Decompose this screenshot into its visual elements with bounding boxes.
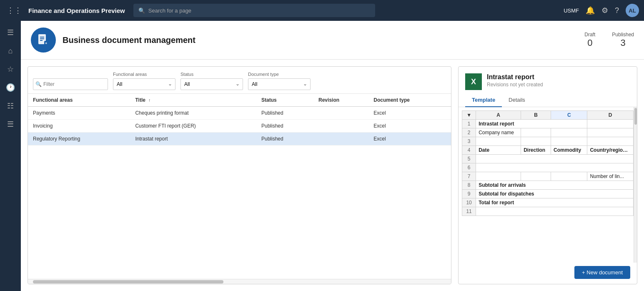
sidebar-menu-icon[interactable]: ☰ xyxy=(2,24,19,41)
status-select[interactable]: All xyxy=(180,78,243,90)
table-body: Payments Cheques printing format Publish… xyxy=(28,107,451,146)
sidebar-modules-icon[interactable]: ☷ xyxy=(2,98,19,114)
search-bar[interactable]: 🔍 Search for a page xyxy=(133,4,375,17)
cell-revision xyxy=(313,133,368,146)
col-status: Status xyxy=(256,94,313,107)
preview-subtitle: Revisions not yet created xyxy=(487,82,543,88)
excel-col-a: A xyxy=(476,111,521,120)
document-type-filter-group: Document type All xyxy=(248,72,311,90)
col-title[interactable]: Title ↑ xyxy=(130,94,256,107)
grid-icon[interactable]: ⋮⋮ xyxy=(5,4,23,17)
status-filter-group: Status All xyxy=(180,72,243,90)
filter-search-group: 🔍 xyxy=(33,78,108,90)
excel-row: 8 Subtotal for arrivals xyxy=(462,181,634,190)
published-label: Published xyxy=(612,32,634,38)
sort-arrow-title: ↑ xyxy=(148,98,150,103)
preview-tabs: Template Details xyxy=(459,93,637,107)
excel-cell: Date xyxy=(476,146,521,155)
sidebar-favorites-icon[interactable]: ☆ xyxy=(2,61,19,78)
draft-stat: Draft 0 xyxy=(584,32,595,48)
excel-col-c: C xyxy=(551,111,587,120)
functional-areas-select[interactable]: All xyxy=(113,78,175,90)
excel-row: 4 Date Direction Commodity Country/regio… xyxy=(462,146,634,155)
content-split: 🔍 Functional areas All Status xyxy=(21,60,644,291)
published-value: 3 xyxy=(612,38,634,48)
cell-revision xyxy=(313,120,368,133)
filter-input[interactable] xyxy=(33,78,108,90)
cell-title: Customer FTI report (GER) xyxy=(130,120,256,133)
excel-row-num: 3 xyxy=(462,137,476,146)
cell-status: Published xyxy=(256,133,313,146)
cell-status: Published xyxy=(256,120,313,133)
excel-row: 5 xyxy=(462,155,634,163)
app-title: Finance and Operations Preview xyxy=(28,7,125,14)
help-icon[interactable]: ? xyxy=(615,6,619,15)
excel-cell xyxy=(521,128,551,137)
scrollbar-thumb[interactable] xyxy=(33,280,223,283)
table-row[interactable]: Payments Cheques printing format Publish… xyxy=(28,107,451,120)
excel-cell xyxy=(551,128,587,137)
excel-cell xyxy=(551,137,587,146)
tab-details[interactable]: Details xyxy=(502,93,532,107)
excel-row-num: 1 xyxy=(462,120,476,128)
data-table: Functional areas Title ↑ Status Revision… xyxy=(28,94,451,279)
excel-cell: Commodity xyxy=(551,146,587,155)
excel-corner-cell: ▼ xyxy=(462,111,476,120)
col-functional-areas: Functional areas xyxy=(28,94,130,107)
svg-text:+: + xyxy=(45,41,47,45)
excel-cell xyxy=(521,137,551,146)
excel-cell xyxy=(551,172,587,181)
filters-row: 🔍 Functional areas All Status xyxy=(28,67,451,94)
functional-areas-filter-group: Functional areas All xyxy=(113,72,175,90)
status-label: Status xyxy=(180,72,243,77)
preview-title-area: Intrastat report Revisions not yet creat… xyxy=(487,73,543,88)
excel-row-num: 6 xyxy=(462,163,476,172)
excel-body: 1 Intrastat report 2 Company name xyxy=(462,120,634,216)
col-revision: Revision xyxy=(313,94,368,107)
excel-cell xyxy=(587,137,634,146)
excel-scrollbar[interactable] xyxy=(634,107,637,263)
excel-row: 3 xyxy=(462,137,634,146)
avatar[interactable]: AL xyxy=(626,4,639,17)
search-placeholder: Search for a page xyxy=(148,8,191,14)
cell-revision xyxy=(313,107,368,120)
excel-cell xyxy=(476,207,634,216)
page-stats: Draft 0 Published 3 xyxy=(584,32,634,48)
table-row[interactable]: Regulatory Reporting Intrastat report Pu… xyxy=(28,133,451,146)
excel-row: 9 Subtotal for dispatches xyxy=(462,190,634,198)
excel-row-num: 8 xyxy=(462,181,476,190)
horizontal-scrollbar[interactable] xyxy=(28,279,451,284)
new-document-button[interactable]: + New document xyxy=(574,266,630,279)
cell-document-type: Excel xyxy=(368,133,451,146)
excel-cell: Subtotal for arrivals xyxy=(476,181,634,190)
excel-cell: Subtotal for dispatches xyxy=(476,190,634,198)
sidebar-list-icon[interactable]: ☰ xyxy=(2,116,19,133)
excel-row-num: 4 xyxy=(462,146,476,155)
cell-title: Cheques printing format xyxy=(130,107,256,120)
page-title: Business document management xyxy=(63,35,195,45)
document-type-select[interactable]: All xyxy=(248,78,311,90)
excel-icon: X xyxy=(465,73,482,90)
excel-row: 6 xyxy=(462,163,634,172)
excel-row-num: 11 xyxy=(462,207,476,216)
cell-document-type: Excel xyxy=(368,107,451,120)
table-row[interactable]: Invoicing Customer FTI report (GER) Publ… xyxy=(28,120,451,133)
notification-icon[interactable]: 🔔 xyxy=(586,6,595,15)
tab-template[interactable]: Template xyxy=(465,93,502,107)
cell-title: Intrastat report xyxy=(130,133,256,146)
svg-rect-3 xyxy=(40,40,43,41)
filter-search-icon: 🔍 xyxy=(35,81,42,87)
excel-cell: Country/region c... destination xyxy=(587,146,634,155)
org-label: USMF xyxy=(564,8,579,14)
document-type-label: Document type xyxy=(248,72,311,77)
excel-preview: ▼ A B C D 1 Intrastat report xyxy=(459,107,637,263)
excel-row: 11 xyxy=(462,207,634,216)
draft-value: 0 xyxy=(584,38,595,48)
settings-icon[interactable]: ⚙ xyxy=(601,6,608,15)
sidebar-home-icon[interactable]: ⌂ xyxy=(2,43,19,59)
sidebar-recent-icon[interactable]: 🕐 xyxy=(2,79,19,96)
excel-row: 1 Intrastat report xyxy=(462,120,634,128)
excel-col-d: D xyxy=(587,111,634,120)
excel-cell: Direction xyxy=(521,146,551,155)
excel-row: 2 Company name xyxy=(462,128,634,137)
